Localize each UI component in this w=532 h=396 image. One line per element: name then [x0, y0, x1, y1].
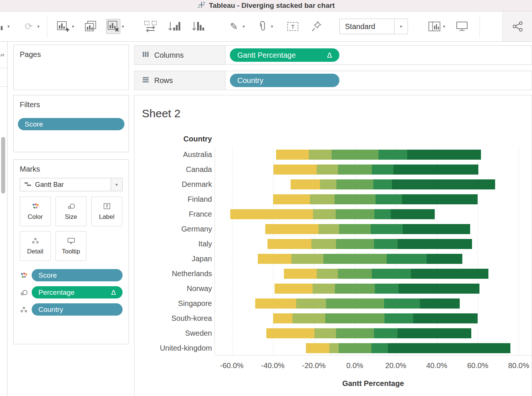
mark-type-caret[interactable]: ▾	[111, 178, 122, 191]
bar-segment-1[interactable]	[266, 328, 314, 338]
bar-segment-2[interactable]	[310, 194, 335, 204]
bar-segment-1[interactable]	[255, 298, 296, 309]
bar-segment-5[interactable]	[420, 298, 460, 309]
dropdown-caret-icon[interactable]: ▾	[441, 24, 447, 29]
bar-segment-3[interactable]	[323, 254, 387, 264]
highlight-icon[interactable]: ✎	[227, 19, 241, 34]
bar-segment-5[interactable]	[403, 224, 470, 234]
size-button[interactable]: Size	[56, 197, 86, 226]
bar-segment-2[interactable]	[319, 224, 339, 234]
share-button[interactable]	[502, 12, 532, 41]
bar-segment-3[interactable]	[325, 313, 384, 323]
bar-segment-4[interactable]	[387, 254, 427, 264]
bar-segment-4[interactable]	[372, 165, 393, 175]
fit-selector-caret[interactable]: ▾	[394, 19, 408, 34]
bar-segment-5[interactable]	[398, 239, 472, 249]
columns-pill-gantt-percentage[interactable]: Gantt Percentage Δ	[230, 48, 339, 62]
bar-segment-5[interactable]	[398, 328, 471, 338]
scrollbar-thumb[interactable]	[1, 137, 5, 194]
bar-segment-2[interactable]	[320, 179, 336, 189]
fit-selector[interactable]: Standard ▾	[339, 19, 408, 34]
bar-segment-1[interactable]	[276, 150, 309, 160]
bar-segment-3[interactable]	[335, 194, 376, 204]
country-label[interactable]: Singapore	[134, 296, 212, 311]
bar-segment-3[interactable]	[339, 343, 371, 353]
detail-button[interactable]: Detail	[20, 231, 51, 261]
bar-segment-1[interactable]	[267, 239, 311, 249]
bar-segment-1[interactable]	[230, 209, 313, 219]
panel-arrows-icon[interactable]: ⇄	[0, 52, 4, 58]
bar-segment-4[interactable]	[384, 298, 420, 309]
country-label[interactable]: Japan	[134, 251, 212, 266]
country-label[interactable]: Finland	[134, 192, 212, 207]
dropdown-caret-icon[interactable]: ▾	[120, 24, 126, 29]
bar-segment-5[interactable]	[413, 313, 478, 323]
bar-segment-3[interactable]	[326, 298, 384, 309]
bar-segment-5[interactable]	[393, 165, 478, 175]
group-members-icon[interactable]	[255, 19, 269, 34]
bar-segment-3[interactable]	[332, 150, 379, 160]
bar-segment-2[interactable]	[291, 254, 323, 264]
bar-segment-4[interactable]	[375, 284, 398, 294]
bar-segment-4[interactable]	[374, 239, 398, 249]
bar-segment-2[interactable]	[317, 165, 338, 175]
bar-segment-4[interactable]	[374, 328, 398, 338]
bar-segment-3[interactable]	[335, 284, 375, 294]
bar-segment-4[interactable]	[371, 343, 388, 353]
marks-pill-score[interactable]: Score	[32, 269, 123, 281]
bar-segment-4[interactable]	[373, 179, 392, 189]
bar-segment-3[interactable]	[336, 179, 373, 189]
bar-segment-1[interactable]	[275, 284, 313, 294]
presentation-mode-icon[interactable]	[455, 19, 469, 34]
filter-pill-score[interactable]: Score	[18, 118, 124, 130]
bar-segment-1[interactable]	[306, 343, 329, 353]
bar-segment-1[interactable]	[273, 313, 292, 323]
color-button[interactable]: Color	[20, 197, 51, 226]
bar-segment-5[interactable]	[399, 284, 479, 294]
country-label[interactable]: United-kingdom	[134, 341, 212, 355]
bar-segment-4[interactable]	[372, 269, 411, 279]
bar-segment-3[interactable]	[336, 328, 374, 338]
dropdown-caret-icon[interactable]: ▾	[269, 24, 275, 29]
country-label[interactable]: Norway	[134, 281, 212, 296]
bar-segment-1[interactable]	[273, 165, 316, 175]
bar-segment-5[interactable]	[402, 194, 478, 204]
sort-ascending-icon[interactable]	[167, 19, 181, 34]
sort-descending-icon[interactable]	[191, 19, 205, 34]
bar-segment-2[interactable]	[296, 298, 326, 309]
bar-segment-2[interactable]	[314, 328, 336, 338]
dropdown-caret-icon[interactable]: ▾	[241, 24, 246, 29]
label-button[interactable]: T Label	[91, 197, 122, 226]
bar-segment-1[interactable]	[284, 269, 317, 279]
dropdown-caret-icon[interactable]: ▾	[70, 24, 76, 29]
country-label[interactable]: Canada	[134, 162, 212, 177]
show-mark-labels-icon[interactable]: T	[286, 19, 300, 34]
bar-segment-1[interactable]	[273, 194, 310, 204]
country-label[interactable]: Netherlands	[134, 266, 212, 281]
new-worksheet-icon[interactable]	[56, 19, 70, 34]
bar-segment-2[interactable]	[313, 209, 335, 219]
country-label[interactable]: South-korea	[134, 311, 212, 326]
bar-segment-5[interactable]	[392, 179, 495, 189]
redo-icon[interactable]: ⟳	[22, 19, 36, 34]
marks-pill-percentage[interactable]: Percentage Δ	[32, 286, 123, 298]
bar-segment-2[interactable]	[292, 313, 325, 323]
country-label[interactable]: Italy	[134, 236, 212, 251]
bar-segment-3[interactable]	[338, 269, 372, 279]
bar-segment-5[interactable]	[388, 343, 511, 353]
tooltip-button[interactable]: Tooltip	[56, 231, 86, 261]
country-label[interactable]: Sweden	[134, 326, 212, 341]
bar-segment-5[interactable]	[427, 254, 462, 264]
country-label[interactable]: Germany	[134, 221, 212, 236]
duplicate-sheet-icon[interactable]	[84, 19, 98, 34]
clear-sheet-icon[interactable]	[106, 19, 120, 34]
country-label[interactable]: France	[134, 207, 212, 221]
country-label[interactable]: Denmark	[134, 177, 212, 192]
clipped-icon[interactable]	[0, 19, 6, 34]
country-label[interactable]: Australia	[134, 147, 212, 162]
show-hide-cards-icon[interactable]	[427, 19, 441, 34]
bar-segment-1[interactable]	[258, 254, 292, 264]
bar-segment-2[interactable]	[329, 343, 339, 353]
bar-segment-4[interactable]	[376, 194, 402, 204]
swap-rows-columns-icon[interactable]	[143, 19, 158, 34]
